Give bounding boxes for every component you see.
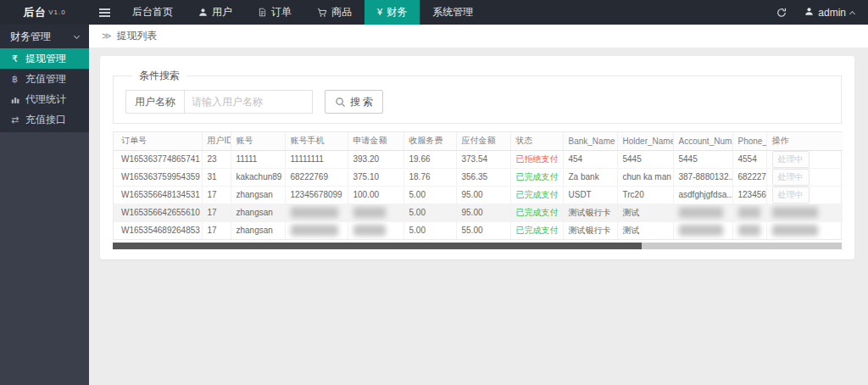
col-header-apply_amount: 申请金额 (348, 132, 403, 150)
col-header-order_no: 订单号 (114, 132, 202, 150)
cell-account_number (673, 204, 732, 221)
topbar-right: admin (765, 0, 868, 25)
cell-user_id: 31 (202, 168, 231, 186)
breadcrumb-icon: ≫ (102, 31, 112, 42)
cell-phone (285, 204, 348, 221)
search-fieldset: 条件搜索 用户名称 搜 索 (113, 69, 842, 124)
processing-button[interactable]: 处理中 (772, 187, 810, 204)
col-header-action: 操作 (766, 132, 843, 150)
withdraw-table: 订单号用户ID账号账号手机申请金额收服务费应付金额状态Bank_NameHold… (113, 131, 842, 240)
nav-tab-2[interactable]: 用户 (186, 0, 245, 25)
cell-order_no: W165354689264853 (114, 221, 202, 239)
cell-apply_amount: 393.20 (348, 150, 403, 168)
cell-service_fee: 19.66 (403, 150, 456, 168)
sidebar-item-3[interactable]: 代理统计 (0, 89, 89, 109)
col-header-phone: 账号手机 (285, 132, 348, 150)
col-header-status: 状态 (510, 132, 563, 150)
cell-account_number (673, 221, 732, 239)
cell-status: 已完成支付 (510, 221, 563, 239)
processing-button[interactable]: 处理中 (772, 151, 810, 168)
col-header-holder_name: Holder_Name (617, 132, 673, 150)
sidebar-item-label: 充值接口 (25, 113, 66, 127)
nav-tab-label: 财务 (387, 5, 407, 20)
nav-tab-label: 系统管理 (432, 5, 473, 20)
table-row: W16536375995435931kakachun8968222769375.… (114, 168, 843, 186)
cell-service_fee: 18.76 (403, 168, 456, 186)
content-area: 条件搜索 用户名称 搜 索 (89, 48, 868, 385)
status-badge: 已完成支付 (516, 208, 559, 217)
finance-icon: ¥ (377, 8, 382, 17)
sidebar-section-finance[interactable]: 财务管理 (0, 25, 89, 48)
cell-bank_name: Za bank (563, 168, 617, 186)
cell-status: 已完成支付 (510, 168, 563, 186)
redacted-blur (738, 225, 760, 236)
cell-holder_name: 测试 (617, 204, 673, 221)
cell-bank_name: 测试银行卡 (563, 204, 617, 221)
cell-account: zhangsan (231, 204, 285, 221)
main-area: ≫ 提现列表 条件搜索 用户名称 搜 (89, 25, 868, 385)
sidebar: 财务管理 ₹提现管理฿充值管理代理统计⇄充值接口 (0, 25, 89, 385)
redacted-blur (738, 207, 760, 218)
chevron-down-icon (74, 32, 80, 38)
username-field-label: 用户名称 (125, 90, 185, 114)
nav-tab-6[interactable]: 系统管理 (420, 0, 486, 25)
cell-service_fee: 5.00 (403, 186, 456, 204)
cell-phone_number: 6822276 (732, 168, 766, 186)
horizontal-scrollbar-thumb[interactable] (113, 243, 642, 249)
processing-button[interactable]: 处理中 (772, 169, 810, 186)
topbar-nav: 后台首页用户订单商品¥财务系统管理 (120, 0, 486, 25)
horizontal-scrollbar-track (113, 243, 842, 249)
user-icon (804, 7, 814, 19)
cell-apply_amount: 375.10 (348, 168, 403, 186)
cell-phone: 68222769 (285, 168, 348, 186)
search-button[interactable]: 搜 索 (325, 90, 383, 114)
cell-account: zhangsan (231, 186, 285, 204)
cell-bank_name: USDT (563, 186, 617, 204)
app-logo: 后台 V1.0 (0, 0, 89, 25)
cell-account_number: asdfghjgfdsa... (673, 186, 732, 204)
redacted-blur (679, 225, 723, 236)
cell-payable: 95.00 (456, 204, 510, 221)
sidebar-item-1[interactable]: ₹提现管理 (0, 48, 89, 69)
redacted-blur (772, 225, 818, 236)
cell-payable: 95.00 (456, 186, 510, 204)
app-title: 后台 (23, 5, 47, 20)
col-header-user_id: 用户ID (202, 132, 231, 150)
cell-account: kakachun89 (231, 168, 285, 186)
sidebar-item-4[interactable]: ⇄充值接口 (0, 109, 89, 130)
cell-phone: 11111111 (285, 150, 348, 168)
nav-tab-3[interactable]: 订单 (245, 0, 304, 25)
col-header-phone_number: Phone_N (732, 132, 766, 150)
nav-tab-5[interactable]: ¥财务 (364, 0, 420, 25)
col-header-bank_name: Bank_Name (563, 132, 617, 150)
cell-order_no: W165356648134531 (114, 186, 202, 204)
cell-user_id: 23 (202, 150, 231, 168)
cell-bank_name: 454 (563, 150, 617, 168)
status-badge: 已完成支付 (516, 172, 559, 181)
cell-account: 11111 (231, 150, 285, 168)
nav-tab-4[interactable]: 商品 (304, 0, 364, 25)
cell-account: zhangsan (231, 221, 285, 239)
cell-order_no: W165363774865741 (114, 150, 202, 168)
cell-phone (285, 221, 348, 239)
cell-order_no: W165363759954359 (114, 168, 202, 186)
menu-collapse-icon[interactable] (89, 0, 120, 25)
refresh-icon[interactable] (765, 0, 798, 25)
cell-status: 已拒绝支付 (510, 150, 563, 168)
recharge-api-icon: ⇄ (9, 115, 20, 125)
redacted-blur (679, 207, 723, 218)
sidebar-item-label: 充值管理 (25, 72, 66, 86)
nav-tab-1[interactable]: 后台首页 (120, 0, 186, 25)
search-icon (335, 97, 346, 108)
username-input[interactable] (184, 90, 313, 114)
cell-apply_amount: 100.00 (348, 186, 403, 204)
redacted-blur (772, 207, 818, 218)
cell-payable: 55.00 (456, 221, 510, 239)
admin-app: 后台 V1.0 后台首页用户订单商品¥财务系统管理 admin 财务管理 (0, 0, 868, 385)
sidebar-menu: 财务管理 ₹提现管理฿充值管理代理统计⇄充值接口 (0, 25, 89, 132)
admin-dropdown[interactable]: admin (798, 0, 868, 25)
topbar: 后台 V1.0 后台首页用户订单商品¥财务系统管理 admin (0, 0, 868, 25)
sidebar-item-2[interactable]: ฿充值管理 (0, 69, 89, 89)
withdraw-icon: ₹ (9, 54, 20, 64)
cell-phone_number (732, 204, 766, 221)
